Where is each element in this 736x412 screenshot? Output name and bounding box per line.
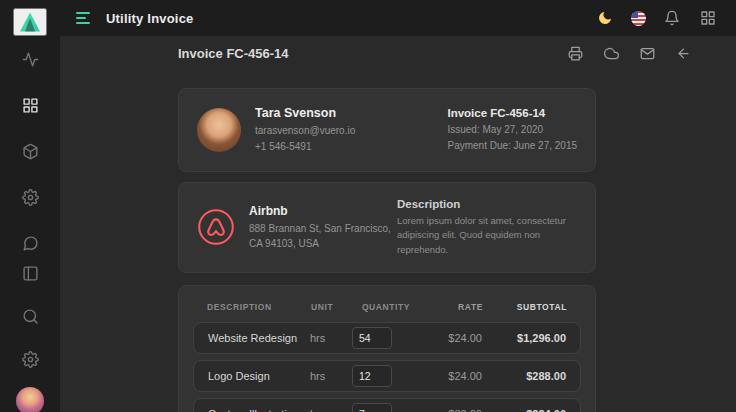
header-description: DESCRIPTION — [207, 302, 311, 312]
customer-name: Tara Svenson — [255, 106, 355, 120]
header-subtotal: SUBTOTAL — [483, 302, 567, 312]
package-icon — [22, 143, 39, 160]
table-row: Custom Illustrations hrs $32.00 $224.00 — [193, 398, 581, 412]
apps-grid-icon — [700, 10, 716, 26]
customer-email: tarasvenson@vuero.io — [255, 123, 355, 139]
app-window: Utility Invoice Invoice FC-456-14 — [0, 0, 736, 412]
item-unit: hrs — [310, 370, 352, 382]
header-rate: RATE — [419, 302, 483, 312]
item-unit: hrs — [310, 408, 352, 412]
company-info: Airbnb 888 Brannan St, San Francisco, CA… — [249, 204, 391, 251]
customer-card: Tara Svenson tarasvenson@vuero.io +1 546… — [178, 88, 596, 172]
invoice-issued: Issued: May 27, 2020 — [447, 122, 577, 138]
company-card: Airbnb 888 Brannan St, San Francisco, CA… — [178, 182, 596, 273]
customer-avatar — [197, 108, 241, 152]
content-area: Invoice FC-456-14 — [60, 36, 736, 412]
back-button[interactable] — [674, 44, 692, 62]
app-logo[interactable] — [13, 8, 47, 36]
quantity-input[interactable] — [352, 403, 392, 412]
company-address-line2: CA 94103, USA — [249, 236, 391, 251]
quantity-input[interactable] — [352, 365, 392, 387]
print-button[interactable] — [566, 44, 584, 62]
airbnb-logo-icon — [197, 208, 235, 246]
invoice-due: Payment Due: June 27, 2015 — [447, 138, 577, 154]
panels-icon — [22, 265, 39, 282]
item-subtotal: $1,296.00 — [482, 332, 566, 344]
sidebar-settings-button[interactable] — [15, 344, 45, 374]
invoice-actions — [566, 44, 692, 62]
customer-info: Tara Svenson tarasvenson@vuero.io +1 546… — [255, 106, 355, 154]
send-mail-button[interactable] — [638, 44, 656, 62]
quantity-input[interactable] — [352, 327, 392, 349]
gear-icon — [22, 189, 39, 206]
dark-mode-toggle[interactable] — [595, 8, 615, 28]
notifications-button[interactable] — [662, 8, 682, 28]
item-description: Custom Illustrations — [208, 408, 310, 412]
line-items-card: DESCRIPTION UNIT QUANTITY RATE SUBTOTAL … — [178, 285, 596, 412]
logo-triangle-icon — [18, 10, 42, 34]
sidebar — [0, 0, 60, 412]
description-title: Description — [397, 198, 577, 210]
item-rate: $32.00 — [418, 408, 482, 412]
invoice-meta: Invoice FC-456-14 Issued: May 27, 2020 P… — [447, 107, 577, 153]
header-unit: UNIT — [311, 302, 353, 312]
sidebar-search-button[interactable] — [15, 301, 45, 331]
upload-button[interactable] — [602, 44, 620, 62]
header-quantity: QUANTITY — [353, 302, 419, 312]
item-description: Website Redesign — [208, 332, 310, 344]
sidebar-nav-top — [15, 44, 45, 258]
item-unit: hrs — [310, 332, 352, 344]
menu-toggle-button[interactable] — [72, 8, 94, 28]
user-avatar[interactable] — [16, 387, 44, 412]
main-area: Utility Invoice Invoice FC-456-14 — [60, 0, 736, 412]
mail-icon — [640, 46, 655, 61]
chat-bubble-icon — [22, 235, 39, 252]
sidebar-item-dashboard[interactable] — [15, 90, 45, 120]
cloud-icon — [604, 46, 619, 61]
gear-icon — [22, 351, 39, 368]
search-icon — [22, 308, 39, 325]
invoice-description: Description Lorem ipsum dolor sit amet, … — [397, 198, 577, 257]
sidebar-panels-button[interactable] — [15, 258, 45, 288]
item-subtotal: $288.00 — [482, 370, 566, 382]
page-title: Utility Invoice — [106, 11, 194, 26]
customer-phone: +1 546-5491 — [255, 139, 355, 155]
sidebar-item-activity[interactable] — [15, 44, 45, 74]
grid-icon — [22, 97, 39, 114]
invoice-heading: Invoice FC-456-14 — [178, 46, 289, 61]
activity-icon — [22, 51, 39, 68]
table-row: Logo Design hrs $24.00 $288.00 — [193, 360, 581, 392]
table-header: DESCRIPTION UNIT QUANTITY RATE SUBTOTAL — [193, 298, 581, 322]
arrow-left-icon — [676, 46, 691, 61]
sidebar-nav-bottom — [15, 258, 45, 412]
sidebar-item-chat[interactable] — [15, 228, 45, 258]
invoice-column: Tara Svenson tarasvenson@vuero.io +1 546… — [178, 88, 596, 412]
apps-button[interactable] — [698, 8, 718, 28]
description-text: Lorem ipsum dolor sit amet, consectetur … — [397, 214, 577, 257]
company-name: Airbnb — [249, 204, 391, 218]
invoice-number: Invoice FC-456-14 — [447, 107, 577, 119]
company-address-line1: 888 Brannan St, San Francisco, — [249, 221, 391, 236]
moon-icon — [597, 10, 613, 26]
bell-icon — [664, 10, 680, 26]
sidebar-item-settings[interactable] — [15, 182, 45, 212]
item-description: Logo Design — [208, 370, 310, 382]
sidebar-item-components[interactable] — [15, 136, 45, 166]
topbar-actions — [595, 8, 718, 28]
topbar: Utility Invoice — [60, 0, 736, 36]
item-rate: $24.00 — [418, 332, 482, 344]
printer-icon — [568, 46, 583, 61]
flag-us-icon[interactable] — [631, 11, 646, 26]
item-subtotal: $224.00 — [482, 408, 566, 412]
item-rate: $24.00 — [418, 370, 482, 382]
table-row: Website Redesign hrs $24.00 $1,296.00 — [193, 322, 581, 354]
invoice-header: Invoice FC-456-14 — [178, 44, 692, 62]
